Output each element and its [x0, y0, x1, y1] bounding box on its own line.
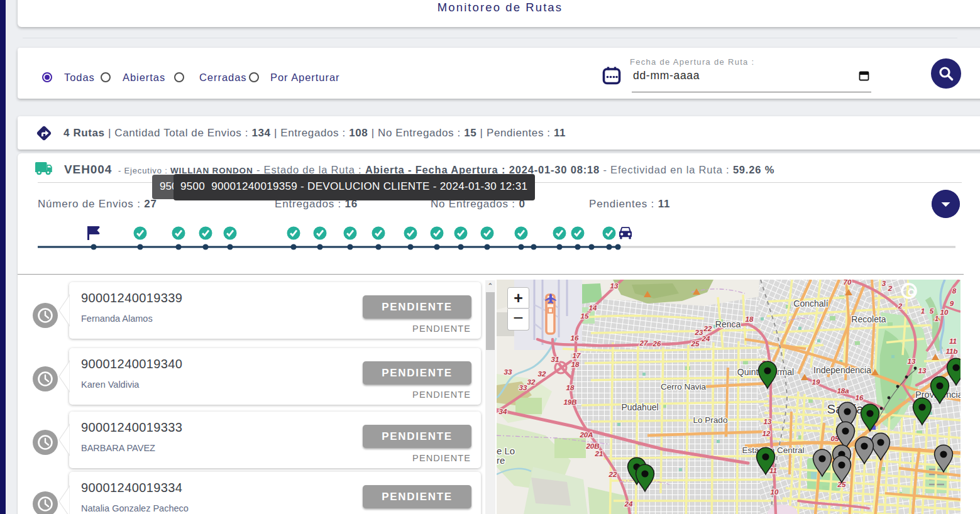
svg-text:13: 13 — [764, 418, 772, 425]
svg-text:9: 9 — [950, 300, 954, 307]
svg-text:21: 21 — [595, 450, 603, 457]
svg-text:3: 3 — [882, 280, 886, 287]
svg-text:26: 26 — [652, 340, 661, 347]
svg-text:17: 17 — [573, 352, 581, 359]
svg-text:2: 2 — [898, 302, 903, 310]
svg-text:27: 27 — [639, 339, 648, 347]
svg-text:1: 1 — [935, 315, 939, 322]
svg-text:70: 70 — [844, 280, 852, 286]
svg-text:24: 24 — [624, 500, 633, 508]
svg-text:13: 13 — [610, 282, 619, 290]
svg-text:22: 22 — [608, 471, 617, 478]
svg-text:18: 18 — [571, 361, 580, 368]
svg-text:10: 10 — [940, 309, 949, 316]
svg-text:14: 14 — [589, 304, 597, 312]
svg-text:Conchalí: Conchalí — [793, 298, 828, 309]
svg-text:15: 15 — [581, 312, 589, 320]
svg-text:Cerro Navia: Cerro Navia — [661, 382, 707, 391]
svg-text:33: 33 — [519, 384, 527, 391]
svg-text:23: 23 — [695, 329, 703, 336]
svg-text:13: 13 — [908, 358, 916, 365]
svg-text:16: 16 — [856, 394, 864, 402]
svg-text:22: 22 — [703, 325, 712, 332]
svg-text:13: 13 — [918, 367, 927, 375]
svg-text:8: 8 — [952, 287, 957, 295]
svg-text:11b: 11b — [946, 347, 958, 355]
svg-text:33: 33 — [504, 368, 512, 376]
svg-text:Independencia: Independencia — [813, 365, 871, 375]
svg-text:Renca: Renca — [715, 319, 741, 329]
svg-text:19: 19 — [812, 378, 820, 386]
svg-text:18: 18 — [746, 315, 754, 323]
svg-text:11: 11 — [769, 467, 777, 474]
svg-text:25: 25 — [691, 340, 700, 347]
svg-text:34: 34 — [499, 408, 507, 415]
svg-text:2: 2 — [888, 285, 893, 292]
svg-text:18a: 18a — [837, 387, 849, 395]
svg-text:20A: 20A — [579, 431, 593, 439]
svg-text:10: 10 — [771, 488, 779, 496]
svg-text:Recoleta: Recoleta — [851, 314, 886, 324]
svg-text:11: 11 — [949, 337, 957, 345]
svg-text:20B: 20B — [585, 442, 599, 450]
svg-text:32: 32 — [527, 378, 536, 386]
svg-text:re: re — [497, 455, 505, 466]
svg-text:12: 12 — [763, 430, 771, 437]
svg-text:18: 18 — [566, 384, 575, 391]
svg-text:5: 5 — [930, 307, 934, 315]
svg-text:19B: 19B — [563, 398, 576, 406]
svg-text:1: 1 — [921, 307, 925, 315]
svg-text:Lo Prado: Lo Prado — [693, 415, 728, 425]
svg-text:32: 32 — [538, 370, 546, 378]
svg-text:Pudahuel: Pudahuel — [621, 402, 658, 412]
svg-text:16: 16 — [571, 334, 579, 342]
svg-text:31: 31 — [551, 356, 559, 363]
